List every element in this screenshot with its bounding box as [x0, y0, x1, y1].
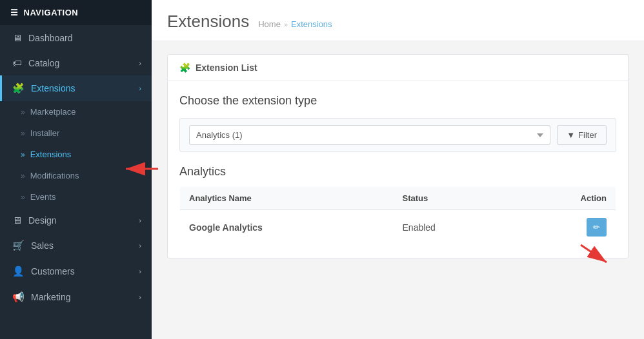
sidebar-item-marketing[interactable]: 📢 Marketing ›: [0, 284, 152, 310]
cell-analytics-name: Google Analytics: [180, 210, 394, 245]
sidebar-item-catalog[interactable]: 🏷 Catalog ›: [0, 50, 152, 75]
filter-button-label: Filter: [578, 130, 597, 140]
sidebar-subitem-installer[interactable]: Installer: [0, 122, 152, 144]
filter-funnel-icon: ▼: [567, 130, 575, 140]
nav-header: ☰ NAVIGATION: [0, 0, 152, 25]
analytics-table: Analytics Name Status Action Google Anal…: [179, 186, 616, 245]
filter-button[interactable]: ▼ Filter: [557, 125, 607, 145]
sidebar-label-sales: Sales: [31, 240, 54, 251]
catalog-icon: 🏷: [12, 57, 22, 68]
extension-card: 🧩 Extension List Choose the extension ty…: [167, 54, 629, 258]
col-header-action: Action: [512, 187, 616, 210]
sales-chevron-icon: ›: [139, 242, 141, 249]
col-header-name: Analytics Name: [180, 187, 394, 210]
sidebar-item-customers[interactable]: 👤 Customers ›: [0, 258, 152, 284]
cell-status: Enabled: [394, 210, 513, 245]
catalog-chevron-icon: ›: [139, 59, 141, 67]
sales-icon: 🛒: [12, 240, 25, 251]
sidebar-label-extensions: Extensions: [31, 83, 75, 93]
section-title: Choose the extension type: [179, 94, 616, 108]
table-header-row: Analytics Name Status Action: [180, 187, 616, 210]
extensions-icon: 🧩: [12, 82, 25, 94]
main-content: Extensions Home » Extensions 🧩 Extension…: [152, 0, 644, 339]
extensions-child-label: Extensions: [30, 150, 72, 159]
sidebar-label-marketing: Marketing: [31, 292, 70, 302]
hamburger-icon: ☰: [10, 8, 19, 17]
modifications-label: Modifications: [30, 171, 79, 180]
col-header-status: Status: [394, 187, 513, 210]
sidebar-item-design[interactable]: 🖥 Design ›: [0, 208, 152, 233]
sidebar-label-catalog: Catalog: [28, 58, 59, 68]
sidebar-label-customers: Customers: [31, 266, 75, 276]
events-label: Events: [30, 192, 56, 202]
sidebar-item-sales[interactable]: 🛒 Sales ›: [0, 233, 152, 258]
sidebar: ☰ NAVIGATION 🖥 Dashboard 🏷 Catalog › 🧩 E…: [0, 0, 152, 339]
card-header: 🧩 Extension List: [168, 55, 628, 81]
nav-header-label: NAVIGATION: [24, 8, 79, 17]
marketing-icon: 📢: [12, 291, 25, 303]
sidebar-label-design: Design: [28, 215, 57, 226]
breadcrumb-current: Extensions: [291, 19, 332, 29]
sidebar-item-dashboard[interactable]: 🖥 Dashboard: [0, 25, 152, 50]
breadcrumb-home[interactable]: Home: [258, 19, 281, 29]
sidebar-item-extensions[interactable]: 🧩 Extensions ›: [0, 75, 152, 101]
breadcrumb-separator: »: [284, 21, 288, 28]
sidebar-subitem-events[interactable]: Events: [0, 186, 152, 208]
design-icon: 🖥: [12, 215, 22, 226]
cell-action: ✏: [512, 210, 616, 245]
installer-label: Installer: [30, 128, 60, 138]
dashboard-icon: 🖥: [12, 32, 22, 43]
extension-type-select[interactable]: Analytics (1): [189, 125, 550, 145]
customers-chevron-icon: ›: [139, 267, 141, 275]
card-puzzle-icon: 🧩: [179, 63, 190, 73]
page-header: Extensions Home » Extensions: [152, 0, 644, 41]
sidebar-subitem-extensions-child[interactable]: Extensions: [0, 144, 152, 165]
card-header-label: Extension List: [196, 63, 257, 73]
breadcrumb: Home » Extensions: [258, 19, 332, 29]
design-chevron-icon: ›: [139, 217, 141, 224]
filter-row: Analytics (1) ▼ Filter: [179, 118, 616, 152]
sidebar-subitem-marketplace[interactable]: Marketplace: [0, 101, 152, 122]
marketplace-label: Marketplace: [30, 107, 76, 117]
edit-pencil-icon: ✏: [593, 222, 600, 232]
card-body: Choose the extension type Analytics (1) …: [168, 81, 628, 258]
content-area: 🧩 Extension List Choose the extension ty…: [152, 41, 644, 339]
extensions-chevron-icon: ›: [139, 84, 141, 92]
sidebar-label-dashboard: Dashboard: [28, 33, 73, 43]
marketing-chevron-icon: ›: [139, 293, 141, 301]
analytics-section-title: Analytics: [179, 165, 616, 179]
sidebar-subitem-modifications[interactable]: Modifications: [0, 165, 152, 186]
customers-icon: 👤: [12, 266, 25, 277]
edit-button[interactable]: ✏: [587, 218, 607, 237]
page-title: Extensions: [167, 12, 249, 32]
table-row: Google Analytics Enabled ✏: [180, 210, 616, 245]
